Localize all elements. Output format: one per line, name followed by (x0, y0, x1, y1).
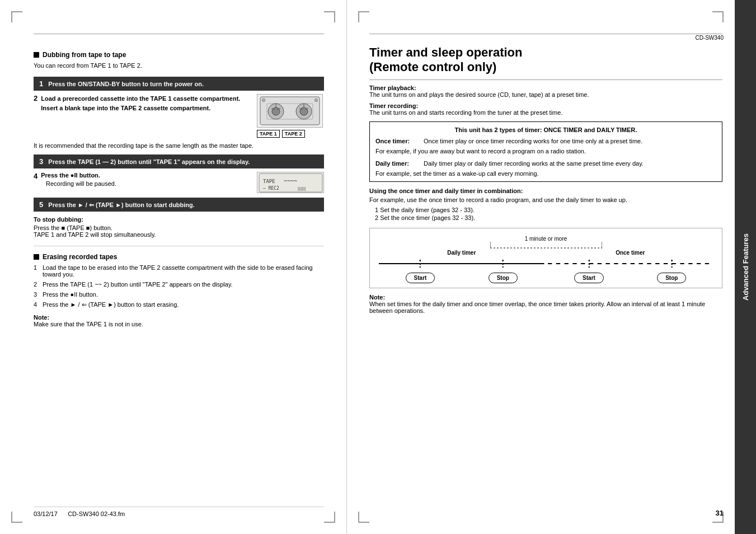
advanced-features-sidebar: Advanced Features (735, 0, 756, 534)
right-page: CD-SW340 Timer and sleep operation (Remo… (347, 0, 756, 534)
tape-display-image: TAPE ~~~~ – REC2 |||||||| (257, 172, 324, 193)
once-timer-row: Once timer: Once timer play or once time… (375, 138, 716, 144)
right-corner-tr (712, 11, 724, 22)
dubbing-section: Dubbing from tape to tape You can record… (34, 51, 324, 238)
once-start-btn[interactable]: Start (574, 273, 604, 283)
svg-text:– REC2: – REC2 (263, 186, 279, 191)
combo-steps: 1 Set the daily timer (pages 32 - 33). 2… (375, 207, 722, 221)
svg-point-12 (262, 99, 265, 102)
combo-section: Using the once timer and daily timer in … (369, 188, 722, 221)
svg-text:TAPE: TAPE (263, 179, 275, 184)
step-3-box: 3 Press the TAPE (1 — 2) button until "T… (34, 154, 324, 168)
daily-stop-btn[interactable]: Stop (489, 273, 518, 283)
sidebar-label: Advanced Features (741, 233, 750, 301)
cassette-svg (259, 96, 321, 127)
note-section: Note: Make sure that the TAPE 1 is not i… (34, 314, 324, 327)
timer-types-box: This unit has 2 types of timer: ONCE TIM… (369, 121, 722, 182)
erase-step-1: 1 Load the tape to be erased into the TA… (34, 264, 324, 278)
timer-recording-section: Timer recording: The unit turns on and s… (369, 102, 722, 116)
dubbing-title: Dubbing from tape to tape (34, 51, 324, 59)
timer-diagram: 1 minute or more Daily timer (369, 228, 722, 288)
once-stop-btn[interactable]: Stop (657, 273, 686, 283)
model-number: CD-SW340 (695, 35, 724, 41)
page-title: Timer and sleep operation (Remote contro… (369, 45, 722, 75)
stop-dubbing: To stop dubbing: Press the ■ (TAPE ■) bu… (34, 216, 324, 238)
cassette-image: TAPE 1 TAPE 2 (257, 94, 324, 138)
dubbing-subtitle: You can record from TAPE 1 to TAPE 2. (34, 62, 324, 69)
recommendation-note: It is recommended that the recording tap… (34, 142, 324, 149)
daily-timer-row: Daily timer: Daily timer play or daily t… (375, 160, 716, 167)
left-footer: 03/12/17 CD-SW340 02-43.fm (34, 507, 324, 517)
step-2-row: 2 Load a prerecorded cassette into the T… (34, 94, 324, 138)
bullet-icon-2 (34, 254, 39, 260)
svg-text:||||||||: |||||||| (298, 186, 306, 191)
once-example: For example, if you are away but want to… (375, 148, 716, 154)
bullet-icon (34, 52, 39, 58)
daily-start-btn[interactable]: Start (406, 273, 435, 283)
erase-step-3: 3 Press the ●II button. (34, 291, 324, 298)
tape-labels: TAPE 1 TAPE 2 (257, 130, 324, 138)
separator (34, 246, 324, 246)
step-4-row: 4 Press the ●II button. Recording will b… (34, 172, 324, 193)
corner-tr (324, 11, 335, 22)
right-corner-bl (358, 512, 369, 523)
erasing-title: Erasing recorded tapes (34, 253, 324, 261)
erase-step-4: 4 Press the ► / ⇐ (TAPE ►) button to sta… (34, 301, 324, 308)
corner-bl (11, 512, 22, 523)
step-5-box: 5 Press the ► / ⇐ (TAPE ►) button to sta… (34, 198, 324, 212)
step-1-box: 1 Press the ON/STAND-BY button to turn t… (34, 77, 324, 91)
erase-step-2: 2 Press the TAPE (1 ~~ 2) button until "… (34, 281, 324, 288)
svg-point-13 (314, 99, 318, 102)
corner-tl (11, 11, 22, 22)
timer-playback-section: Timer playback: The unit turns on and pl… (369, 85, 722, 98)
right-note: Note: When set times for the daily timer… (369, 294, 722, 314)
corner-br (324, 512, 335, 523)
erasing-section: Erasing recorded tapes 1 Load the tape t… (34, 253, 324, 327)
title-underline (369, 79, 722, 80)
page-number: 31 (716, 509, 724, 517)
svg-text:~~~~: ~~~~ (284, 178, 297, 184)
daily-example: For example, set the timer as a wake-up … (375, 170, 716, 177)
right-corner-tl (358, 11, 369, 22)
left-page: Dubbing from tape to tape You can record… (0, 0, 347, 534)
